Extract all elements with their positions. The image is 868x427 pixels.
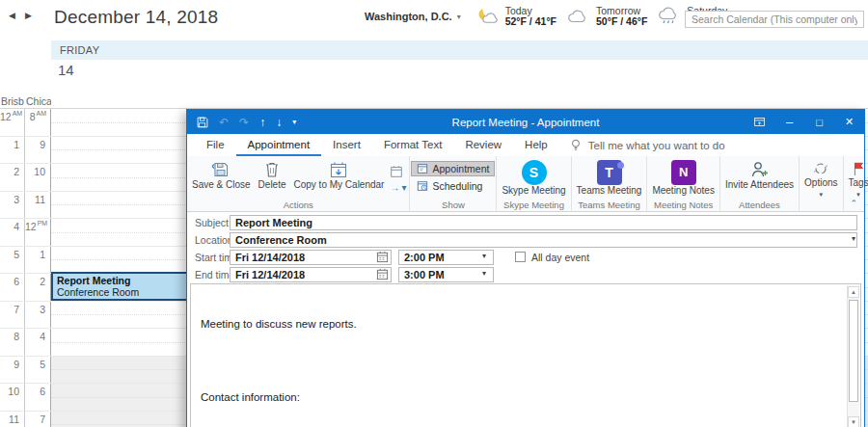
group-label-teams: Teams Meeting: [573, 199, 646, 211]
tell-me-box[interactable]: Tell me what you want to do: [588, 140, 725, 151]
save-and-close-button[interactable]: Save & Close: [188, 158, 255, 199]
hour-label-left: 10: [0, 384, 25, 411]
titlebar: ↶ ↷ ↑ ↓ ▾ Report Meeting - Appointment –…: [187, 110, 864, 134]
options-dropdown-button[interactable]: Options ▾: [800, 158, 841, 200]
location-dropdown-icon[interactable]: ▾: [852, 234, 855, 243]
date-title: December 14, 2018: [54, 7, 218, 28]
calendar-small-icon[interactable]: [390, 165, 406, 178]
hour-label-right: 7: [25, 412, 51, 427]
weather-temps: 50°F / 46°F: [596, 16, 647, 27]
rain-cloud-icon: [657, 7, 682, 26]
weather-location-label: Washington, D.C.: [365, 11, 452, 22]
hour-label-right: 3: [25, 302, 51, 329]
scroll-down-button[interactable]: ▼: [848, 416, 859, 427]
appointment-body-editor[interactable]: Meeting to discuss new reports. Contact …: [190, 283, 861, 427]
ribbon-group-actions: Save & Close Delete Copy to My Calendar: [187, 156, 410, 211]
next-day-button[interactable]: ▶: [25, 11, 32, 20]
hour-label-right: 4: [25, 329, 51, 356]
scrollbar-thumb[interactable]: [849, 300, 858, 402]
minimize-button[interactable]: –: [774, 110, 804, 134]
forward-button[interactable]: →▾: [390, 182, 406, 193]
quick-access-toolbar: ↶ ↷ ↑ ↓ ▾: [187, 117, 296, 128]
ribbon-group-show: Appointment Scheduling Show: [410, 156, 497, 211]
timezone-labels: Brisbane Chicago: [0, 95, 51, 108]
group-label-meeting-notes: Meeting Notes: [648, 199, 718, 211]
hour-label-right: 5: [25, 357, 51, 384]
timezone-right-label: Chicago: [26, 95, 51, 107]
appointment-window: ↶ ↷ ↑ ↓ ▾ Report Meeting - Appointment –…: [186, 109, 865, 427]
ribbon-group-skype: S Skype Meeting Skype Meeting: [497, 156, 571, 211]
chevron-down-icon: ▾: [457, 13, 461, 21]
ribbon: Save & Close Delete Copy to My Calendar: [187, 156, 864, 212]
day-name-label: FRIDAY: [60, 44, 99, 56]
time-dropdown-icon[interactable]: ▾: [482, 269, 486, 278]
ribbon-group-meeting-notes: N Meeting Notes Meeting Notes: [647, 156, 719, 211]
hour-label-right: 9: [25, 137, 51, 164]
previous-day-button[interactable]: ◀: [9, 11, 15, 20]
appointment-body-text: Meeting to discuss new reports. Contact …: [201, 294, 841, 427]
save-icon[interactable]: [197, 117, 208, 128]
all-day-event-checkbox[interactable]: [515, 252, 526, 262]
weather-tomorrow: Tomorrow 50°F / 46°F: [566, 6, 647, 27]
hour-label-left: 7: [0, 302, 25, 329]
meeting-notes-button[interactable]: N Meeting Notes: [648, 158, 718, 199]
hour-label-left: 4: [0, 219, 25, 246]
ribbon-tab-row: File Appointment Insert Format Text Revi…: [187, 134, 864, 156]
group-label-actions: Actions: [188, 199, 408, 211]
customize-qat-icon[interactable]: ▾: [292, 119, 296, 126]
weather-temps: 52°F / 41°F: [505, 16, 556, 27]
invite-attendees-button[interactable]: Invite Attendees: [721, 158, 798, 199]
hour-label-left: 3: [0, 192, 25, 219]
hour-label-left: 2: [0, 164, 25, 191]
skype-meeting-button[interactable]: S Skype Meeting: [498, 158, 569, 199]
hour-label-left: 8: [0, 329, 25, 356]
scroll-up-button[interactable]: ▲: [848, 286, 859, 298]
time-dropdown-icon[interactable]: ▾: [482, 252, 486, 260]
tab-file[interactable]: File: [195, 134, 236, 156]
subject-field[interactable]: Report Meeting: [230, 215, 857, 230]
skype-icon: S: [522, 160, 547, 185]
hour-label-left: 12AM: [0, 109, 25, 136]
outlook-calendar-screen: ◀ ▶ December 14, 2018 Washington, D.C. ▾…: [0, 0, 868, 427]
chevron-down-icon: ▾: [820, 190, 824, 200]
appointment-form: Subject Report Meeting Location Conferen…: [187, 212, 864, 283]
day-number: 14: [58, 62, 74, 78]
maximize-button[interactable]: □: [804, 110, 834, 134]
collapse-ribbon-button[interactable]: ⌃: [850, 199, 857, 208]
move-down-icon[interactable]: ↓: [276, 117, 282, 128]
tab-review[interactable]: Review: [453, 134, 513, 156]
redo-icon[interactable]: ↷: [239, 117, 249, 128]
location-label: Location: [195, 234, 233, 246]
undo-icon[interactable]: ↶: [219, 117, 229, 128]
vertical-scrollbar[interactable]: ▲ ▼: [847, 285, 859, 427]
tags-dropdown-button[interactable]: Tags ▾: [845, 158, 868, 200]
close-button[interactable]: ✕: [834, 110, 864, 134]
location-field[interactable]: Conference Room: [230, 232, 857, 248]
ribbon-group-options: Options ▾: [800, 156, 843, 211]
hour-label-right: 8AM: [25, 109, 51, 136]
day-name-band: FRIDAY: [51, 40, 868, 60]
copy-to-my-calendar-button[interactable]: Copy to My Calendar: [290, 158, 389, 199]
end-date-field[interactable]: Fri 12/14/2018: [230, 267, 392, 282]
start-date-field[interactable]: Fri 12/14/2018: [230, 250, 392, 265]
tab-appointment[interactable]: Appointment: [236, 134, 322, 156]
hour-label-left: 11: [0, 412, 25, 427]
timezone-left-label: Brisbane: [1, 95, 24, 107]
hour-label-right: 11: [25, 192, 51, 219]
scheduling-button[interactable]: Scheduling: [411, 178, 495, 194]
search-input[interactable]: [685, 11, 864, 28]
ribbon-display-options-icon[interactable]: [745, 110, 774, 134]
appointment-toggle-button[interactable]: Appointment: [411, 161, 495, 176]
group-label-show: Show: [411, 199, 495, 211]
start-time-dropdown[interactable]: 2:00 PM: [398, 250, 494, 265]
hour-label-left: 1: [0, 137, 25, 164]
move-up-icon[interactable]: ↑: [259, 117, 265, 128]
actions-small-buttons: →▾: [388, 158, 408, 199]
tab-help[interactable]: Help: [513, 134, 559, 156]
weather-location-dropdown[interactable]: Washington, D.C. ▾: [365, 11, 465, 22]
teams-meeting-button[interactable]: T Teams Meeting: [573, 158, 646, 199]
delete-button[interactable]: Delete: [255, 158, 290, 199]
tab-format-text[interactable]: Format Text: [372, 134, 454, 156]
tab-insert[interactable]: Insert: [321, 134, 372, 156]
end-time-dropdown[interactable]: 3:00 PM: [398, 267, 494, 282]
